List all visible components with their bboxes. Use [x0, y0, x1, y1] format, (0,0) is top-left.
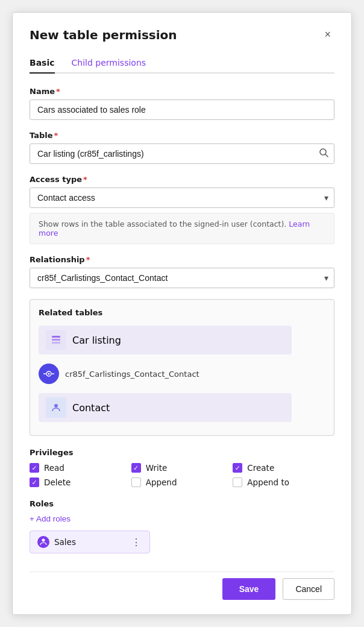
roles-section: Roles + Add roles Sales ⋮	[30, 499, 334, 553]
privilege-read: Read	[30, 463, 131, 473]
append-to-checkbox[interactable]	[233, 477, 242, 487]
delete-label: Delete	[44, 477, 71, 487]
add-roles-button[interactable]: + Add roles	[30, 514, 71, 523]
relationship-select-wrap: cr85f_Carlistings_Contact_Contact ▾	[30, 268, 334, 288]
svg-point-9	[54, 404, 58, 408]
contact-icon-box	[46, 397, 66, 418]
svg-line-1	[325, 154, 328, 157]
table-icon	[51, 335, 61, 345]
append-to-label: Append to	[247, 477, 289, 487]
access-type-required: *	[83, 175, 87, 184]
role-chip-sales: Sales ⋮	[30, 531, 150, 553]
table-required: *	[54, 131, 58, 140]
roles-title: Roles	[30, 499, 334, 508]
privilege-append: Append	[131, 477, 233, 487]
privilege-create: Create	[233, 463, 334, 473]
related-table-item-relation: cr85f_Carlistings_Contact_Contact	[39, 359, 325, 388]
access-type-field-group: Access type * Contact access ▾	[30, 175, 334, 208]
privileges-section: Privileges Read Write Create Delete Appe…	[30, 448, 334, 487]
role-menu-button-sales[interactable]: ⋮	[130, 537, 142, 548]
create-label: Create	[247, 463, 274, 473]
name-label: Name *	[30, 87, 334, 96]
svg-rect-2	[52, 336, 60, 338]
modal-container: New table permission × Basic Child permi…	[12, 12, 352, 615]
name-field-group: Name *	[30, 87, 334, 120]
relationship-label: Relationship *	[30, 255, 334, 264]
role-chip-left: Sales	[37, 536, 76, 548]
name-required: *	[56, 87, 60, 96]
save-button[interactable]: Save	[222, 578, 276, 600]
related-tables-items: Car listing cr85f_Carlistings_Contact_Co…	[39, 326, 325, 427]
contact-icon	[51, 402, 61, 413]
delete-checkbox[interactable]	[30, 477, 39, 487]
relation-row: cr85f_Carlistings_Contact_Contact	[39, 359, 207, 388]
modal-header: New table permission ×	[30, 27, 334, 42]
relationship-required: *	[86, 255, 90, 264]
table-field-group: Table *	[30, 131, 334, 164]
svg-point-6	[48, 373, 50, 375]
append-checkbox[interactable]	[131, 477, 141, 487]
table-label: Table *	[30, 131, 334, 140]
car-listing-row: Car listing	[39, 326, 292, 354]
relationship-field-group: Relationship * cr85f_Carlistings_Contact…	[30, 255, 334, 288]
table-input-wrap	[30, 143, 334, 164]
search-icon	[319, 148, 328, 157]
write-label: Write	[146, 463, 168, 473]
read-checkbox[interactable]	[30, 463, 39, 473]
role-icon-sales	[37, 536, 49, 548]
access-type-label: Access type *	[30, 175, 334, 184]
tab-basic[interactable]: Basic	[30, 53, 55, 74]
related-table-item-contact: Contact	[39, 393, 325, 422]
person-icon	[39, 538, 48, 546]
relation-icon	[43, 368, 54, 379]
related-table-item-car-listing: Car listing	[39, 326, 325, 354]
svg-point-10	[42, 539, 45, 542]
access-type-select-wrap: Contact access ▾	[30, 187, 334, 208]
create-checkbox[interactable]	[233, 463, 242, 473]
tab-bar: Basic Child permissions	[30, 53, 334, 74]
name-input[interactable]	[30, 99, 334, 120]
relationship-select[interactable]: cr85f_Carlistings_Contact_Contact	[30, 268, 334, 288]
table-input[interactable]	[30, 143, 334, 164]
append-label: Append	[146, 477, 177, 487]
relation-icon-box	[39, 364, 59, 384]
privilege-append-to: Append to	[233, 477, 334, 487]
car-listing-label: Car listing	[72, 335, 121, 346]
contact-row: Contact	[39, 393, 292, 422]
relation-label: cr85f_Carlistings_Contact_Contact	[65, 370, 199, 379]
privilege-delete: Delete	[30, 477, 131, 487]
svg-rect-3	[52, 339, 60, 341]
modal-title: New table permission	[30, 28, 177, 42]
footer-buttons: Save Cancel	[30, 572, 334, 600]
access-type-select[interactable]: Contact access	[30, 187, 334, 208]
cancel-button[interactable]: Cancel	[283, 578, 334, 600]
related-tables-title: Related tables	[39, 308, 325, 317]
table-search-button[interactable]	[319, 148, 328, 160]
privileges-title: Privileges	[30, 448, 334, 457]
read-label: Read	[44, 463, 64, 473]
close-button[interactable]: ×	[321, 27, 334, 42]
access-type-info-text: Show rows in the table associated to the…	[39, 219, 286, 228]
contact-label: Contact	[72, 402, 110, 414]
privilege-write: Write	[131, 463, 233, 473]
svg-rect-4	[52, 342, 60, 344]
access-type-info-box: Show rows in the table associated to the…	[30, 213, 334, 244]
role-label-sales: Sales	[54, 537, 76, 547]
related-tables-box: Related tables Car listing	[30, 299, 334, 436]
privileges-grid: Read Write Create Delete Append Append t…	[30, 463, 334, 487]
tab-child-permissions[interactable]: Child permissions	[72, 53, 146, 74]
write-checkbox[interactable]	[131, 463, 141, 473]
table-icon-box	[46, 330, 66, 350]
